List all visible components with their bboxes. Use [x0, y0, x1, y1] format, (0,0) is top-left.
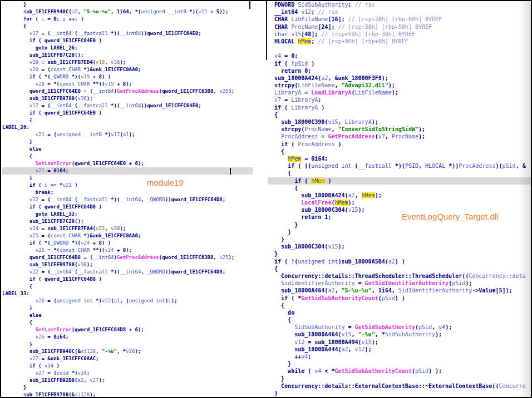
- code-line[interactable]: }: [268, 221, 531, 228]
- code-line[interactable]: v26 = (unsigned int *)v22(a1, (unsigned …: [2, 297, 253, 305]
- code-line[interactable]: }: [268, 250, 531, 257]
- code-line[interactable]: if ( *GetSidSubAuthorityCount(pSid) ): [268, 295, 531, 302]
- code-line[interactable]: char v15[48]; // [rsp+50h] [rbp-38h] BYR…: [268, 31, 531, 38]
- code-line[interactable]: SetLastError(qword_1E1CFFC64E0 + 6);: [2, 160, 253, 167]
- code-line[interactable]: SetLastError(qword_1E1CFFC64D8 + 6);: [2, 326, 253, 334]
- code-line[interactable]: }: [268, 228, 531, 236]
- code-line[interactable]: {: [268, 185, 531, 192]
- code-line[interactable]: {: [2, 117, 253, 124]
- code-line[interactable]: sub_18000C390(v15, LibraryA);: [268, 118, 531, 126]
- code-line[interactable]: if ( *(_QWORD *)(v24 + 8) ): [2, 240, 253, 247]
- code-line[interactable]: }: [2, 175, 253, 182]
- code-line[interactable]: if ( qword_1E1CFFC64D8 ): [2, 276, 253, 283]
- code-line[interactable]: goto LABEL_26;: [2, 44, 253, 52]
- code-line[interactable]: [268, 45, 531, 52]
- code-line[interactable]: v25 = (const CHAR *)&unk_1E1CFFC0AA0;: [2, 232, 253, 240]
- code-line[interactable]: LABEL_26:: [2, 124, 253, 131]
- code-line[interactable]: hMem = 0i64;: [268, 155, 531, 162]
- code-line[interactable]: sub_1E1CFFB940C(a2, "S-%u-%u", 1i64, *(u…: [2, 8, 253, 16]
- code-line[interactable]: sub_1E1CFFB7C28();: [2, 52, 253, 59]
- code-line[interactable]: if ( qword_1E1CFFC64E0 ): [2, 37, 253, 44]
- code-line[interactable]: sub_18000A424(a2, hMem);: [268, 192, 531, 199]
- code-line[interactable]: __int64 v12; // rax: [268, 8, 531, 16]
- code-line[interactable]: HLOCAL hMem; // [rsp+90h] [rbp+8h] BYREF: [268, 38, 531, 45]
- code-line[interactable]: v12 = sub_18000A494(v15);: [268, 339, 531, 346]
- code-line[interactable]: break;: [2, 189, 253, 196]
- code-line[interactable]: }: [2, 341, 253, 348]
- code-line[interactable]: }: [268, 236, 531, 243]
- code-line[interactable]: {: [268, 316, 531, 324]
- code-line[interactable]: sub_18000A464(a2, "S-%u-%u", 1i64, SidId…: [268, 287, 531, 294]
- code-line[interactable]: sub_1E1CFFB940C(&si128, "-%u", *v26);: [2, 348, 253, 355]
- code-line[interactable]: {: [268, 111, 531, 118]
- code-line[interactable]: if ( qword_1E1CFFC64D8 ): [2, 203, 253, 211]
- code-line[interactable]: if ( ProcAddress ): [268, 141, 531, 148]
- code-line[interactable]: ProcAddress = GetProcAddress(v7, ProcNam…: [268, 133, 531, 140]
- code-line[interactable]: sub_1E1CFFB9780(v38);: [2, 261, 253, 268]
- code-line[interactable]: goto LABEL_33;: [2, 211, 253, 218]
- code-line[interactable]: qword_1E1CFFC64E0 = (__int64)GetProcAddr…: [2, 88, 253, 95]
- pseudocode-panel-right[interactable]: PDWORD SidSubAuthority; // rax __int64 v…: [267, 1, 531, 397]
- code-line[interactable]: while ( v4 < *GetSidSubAuthorityCount(pS…: [268, 367, 531, 375]
- code-line[interactable]: if ( qword_1E1CFFC64E0 ): [2, 110, 253, 117]
- code-line[interactable]: ++v4;: [268, 353, 531, 360]
- code-line[interactable]: {: [2, 319, 253, 326]
- code-line[interactable]: sub_1E1CFFB9780(v36);: [2, 95, 253, 102]
- code-line[interactable]: }: [2, 305, 253, 312]
- code-line[interactable]: v7 = LibraryA;: [268, 96, 531, 103]
- code-line[interactable]: v4 = 0;: [268, 52, 531, 59]
- code-line[interactable]: v20 = *(const CHAR **)(v19 + 8);: [2, 81, 253, 88]
- code-line[interactable]: PDWORD SidSubAuthority; // rax: [268, 1, 531, 8]
- code-line-current[interactable]: if ( hMem ): [268, 177, 531, 185]
- code-line[interactable]: LibraryA = LoadLibraryA(LibFileName);: [268, 89, 531, 96]
- code-line-current[interactable]: v21 = 0i64;: [2, 167, 253, 175]
- code-line[interactable]: {: [2, 23, 253, 30]
- code-line[interactable]: sub_18000A424(a2, &unk_18000F3F8);: [268, 74, 531, 82]
- code-line[interactable]: {: [268, 302, 531, 309]
- code-line[interactable]: CHAR LibFileName[16]; // [rsp+28h] [rbp-…: [268, 16, 531, 23]
- code-line[interactable]: SidSubAuthority = GetSidSubAuthority(pSi…: [268, 324, 531, 331]
- code-line[interactable]: LABEL_33:: [2, 290, 253, 297]
- code-line[interactable]: }: [268, 375, 531, 382]
- code-line[interactable]: v20 = (const CHAR *)&unk_1E1CFFC0AA0;: [2, 66, 253, 73]
- code-line[interactable]: do: [268, 309, 531, 316]
- code-line[interactable]: v24 = sub_1E1CFFB7FA4(v23, v38);: [2, 225, 253, 232]
- code-line[interactable]: Concurrency::details::ExternalContextBas…: [268, 382, 531, 390]
- code-line[interactable]: }: [2, 1, 253, 8]
- code-line[interactable]: if ( v34 ): [2, 362, 253, 370]
- code-line[interactable]: {: [2, 153, 253, 160]
- pseudocode-panel-left[interactable]: } sub_1E1CFFB940C(a2, "S-%u-%u", 1i64, *…: [1, 1, 253, 397]
- code-line[interactable]: strcpy(ProcName, "ConvertSidToStringSidW…: [268, 126, 531, 133]
- code-line[interactable]: sub_18000A444(a2, v12);: [268, 346, 531, 353]
- code-line[interactable]: Concurrency::details::ThreadScheduler::T…: [268, 272, 531, 280]
- code-line[interactable]: v26 = 0i64;: [2, 334, 253, 341]
- code-line[interactable]: sub_1E1CFFB92B8(a2, v27);: [2, 377, 253, 384]
- code-line[interactable]: sub_18000A464(v15, "-%u", *SidSubAuthori…: [268, 331, 531, 338]
- code-line[interactable]: v27 = &unk_1E1CFFC0AAC;: [2, 355, 253, 362]
- code-line[interactable]: if ( i >= *v21 ): [2, 182, 253, 189]
- code-line[interactable]: }: [2, 384, 253, 391]
- code-line[interactable]: v17 = (__int64 (__fastcall *)(__int64))q…: [2, 102, 253, 110]
- code-line[interactable]: v25 = *(const CHAR **)(v24 + 8);: [2, 247, 253, 254]
- code-line[interactable]: else: [2, 312, 253, 319]
- code-line[interactable]: v17 = (__int64 (__fastcall *)(__int64))q…: [2, 30, 253, 37]
- code-line[interactable]: v19 = sub_1E1CFFB7ED4(v18, v36);: [2, 59, 253, 66]
- code-line[interactable]: {: [268, 265, 531, 272]
- code-line[interactable]: {: [268, 148, 531, 155]
- code-line[interactable]: if ( LibraryA ): [268, 104, 531, 111]
- code-line[interactable]: else: [2, 146, 253, 153]
- code-line[interactable]: if ( ((unsigned int (__fastcall *)(PSID,…: [268, 162, 531, 170]
- code-line[interactable]: v27 = (void *)v34;: [2, 370, 253, 377]
- code-line[interactable]: v22 = (__int64 (__fastcall *)(__int64, _…: [2, 196, 253, 203]
- code-line[interactable]: return 0;: [268, 67, 531, 74]
- code-line[interactable]: SidIdentifierAuthority = GetSidIdentifie…: [268, 280, 531, 287]
- code-line[interactable]: sub_18000C304(v15);: [268, 243, 531, 250]
- code-line[interactable]: sub_1E1CFFB7C28();: [2, 218, 253, 225]
- code-line[interactable]: {: [268, 170, 531, 177]
- code-line[interactable]: {: [2, 283, 253, 290]
- code-line[interactable]: sub_1E1CFFB9780(&si128);: [2, 391, 253, 397]
- code-line[interactable]: if ( *(_QWORD *)(v19 + 8) ): [2, 73, 253, 81]
- code-line[interactable]: if ( !(unsigned int)sub_18000A5B4(a2) ): [268, 258, 531, 265]
- code-line[interactable]: }: [2, 138, 253, 146]
- code-line[interactable]: if ( !pSid ): [268, 60, 531, 67]
